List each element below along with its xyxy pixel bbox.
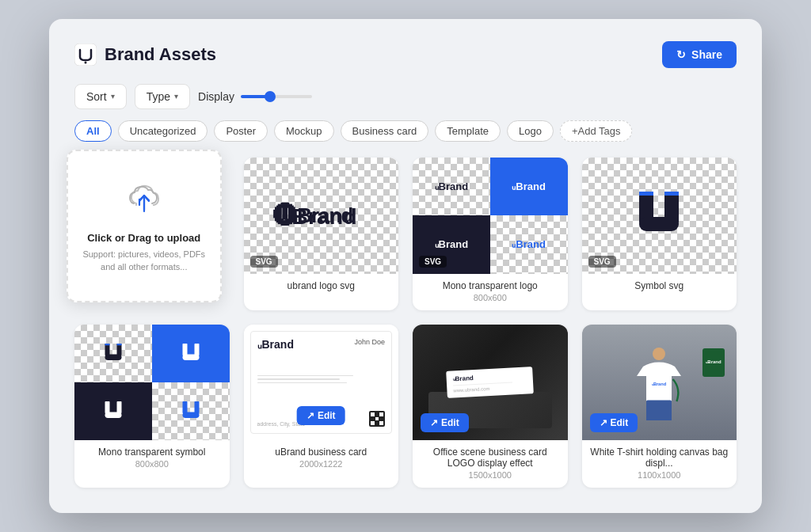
asset-name: uBrand business card (252, 446, 391, 458)
asset-size: 800x800 (82, 459, 222, 469)
bc-person: John Doe (354, 338, 385, 346)
list-item: ᵤBrand ᵤBrand ᵤBrand ᵤBrand SVG Mono tra… (413, 158, 568, 310)
asset-size: 2000x1222 (252, 459, 391, 469)
share-icon: ↻ (676, 48, 686, 61)
type-button[interactable]: Type ▾ (135, 84, 190, 109)
page-title: Brand Assets (105, 44, 216, 65)
svg-badge: SVG (419, 256, 447, 268)
header: Brand Assets ↻ Share (74, 41, 737, 68)
filter-tags: All Uncategorized Poster Mockup Business… (74, 120, 737, 142)
edit-arrow-icon: ↗ (430, 417, 438, 428)
asset-thumbnail: ᵤBrand John Doe address, City, State (244, 325, 399, 441)
asset-name: ubrand logo svg (252, 280, 391, 291)
upload-icon-wrap (124, 178, 165, 222)
svg-rect-15 (182, 344, 187, 355)
asset-name: Mono transparent symbol (82, 446, 222, 458)
asset-name: Mono transparent logo (421, 280, 560, 291)
share-button[interactable]: ↻ Share (662, 41, 737, 68)
upload-subtitle: Support: pictures, videos, PDFsand all o… (82, 248, 205, 274)
mono-cell-4: ᵤBrand (490, 215, 568, 273)
type-chevron-icon: ▾ (174, 92, 178, 101)
tag-add-tags[interactable]: +Add Tags (560, 120, 633, 142)
svg-rect-9 (664, 192, 679, 196)
tshirt-person-icon: ᵤBrand (627, 344, 691, 420)
asset-size: 800x600 (421, 293, 560, 302)
asset-label: uBrand business card 2000x1222 (244, 440, 399, 477)
asset-name: Symbol svg (590, 280, 729, 291)
svg-rect-14 (116, 344, 121, 345)
mono-symbol-cell-2 (152, 325, 230, 382)
mono-symbol-cell-1 (74, 325, 152, 382)
svg-rect-18 (105, 401, 109, 413)
list-item: ᵤBrand ᵤBrand ↗ Edit White T-shirt holdi… (582, 325, 737, 488)
svg-point-1 (85, 61, 87, 63)
mono-symbol-cell-3 (74, 382, 152, 440)
svg-rect-20 (105, 412, 121, 419)
mono-cell-2: ᵤBrand (490, 158, 568, 215)
list-item: SVG Symbol svg (582, 158, 737, 310)
asset-label: Mono transparent logo 800x600 (413, 274, 568, 310)
asset-thumbnail (74, 325, 230, 441)
business-card-preview: ᵤBrand John Doe address, City, State (250, 331, 393, 435)
asset-thumbnail: ᵤBrand ᵤBrand ↗ Edit (582, 325, 737, 441)
asset-thumbnail: ᵤBrand ᵤBrand ᵤBrand ᵤBrand SVG (413, 158, 568, 274)
tag-template[interactable]: Template (435, 120, 501, 142)
asset-label: Mono transparent symbol 800x800 (74, 440, 230, 477)
svg-point-24 (653, 348, 665, 360)
svg-rect-19 (116, 401, 121, 413)
upload-title: Click or Drag to upload (87, 232, 200, 244)
list-item: ᵤBrand John Doe address, City, State (244, 325, 399, 488)
display-slider[interactable] (241, 95, 312, 98)
sort-button[interactable]: Sort ▾ (74, 84, 127, 109)
asset-label: White T-shirt holding canvas bag displ..… (582, 440, 737, 488)
list-item: ᵤBrand 🅤 ᵤBrand SVG ubrand logo svg (244, 158, 399, 310)
tag-logo[interactable]: Logo (507, 120, 554, 142)
ubrand-logo-icon (74, 44, 97, 66)
display-control: Display (198, 90, 312, 103)
tag-business-card[interactable]: Business card (341, 120, 429, 142)
svg-rect-7 (639, 217, 679, 231)
edit-arrow-icon: ↗ (600, 417, 607, 428)
asset-thumbnail: ᵤBrand www.ubrand.com ↗ Edit (413, 325, 568, 441)
edit-arrow-icon: ↗ (307, 410, 314, 421)
svg-rect-22 (194, 401, 199, 413)
mono-cell-1: ᵤBrand (413, 158, 490, 215)
tag-uncategorized[interactable]: Uncategorized (118, 120, 208, 142)
svg-text:ᵤBrand: ᵤBrand (652, 382, 667, 386)
asset-size: 1100x1000 (590, 470, 729, 480)
asset-label: ubrand logo svg (244, 274, 399, 299)
tag-poster[interactable]: Poster (214, 120, 268, 142)
bc-qr-code (369, 411, 385, 427)
asset-label: Office scene business card LOGO display … (413, 440, 568, 488)
sort-chevron-icon: ▾ (111, 92, 115, 101)
svg-badge: SVG (250, 256, 278, 268)
tag-all[interactable]: All (74, 120, 112, 142)
app-window: Brand Assets ↻ Share Sort ▾ Type ▾ Displ… (49, 19, 762, 513)
svg-badge: SVG (588, 256, 616, 268)
symbol-svg-preview (627, 184, 691, 247)
mono-symbol-grid (74, 325, 230, 441)
upload-card[interactable]: Click or Drag to upload Support: picture… (67, 150, 222, 302)
list-item: Mono transparent symbol 800x800 (74, 325, 230, 488)
svg-rect-8 (639, 192, 653, 196)
edit-button[interactable]: ↗ Edit (590, 413, 638, 432)
upload-cloud-icon (124, 178, 165, 219)
tag-mockup[interactable]: Mockup (274, 120, 334, 142)
svg-rect-16 (194, 344, 199, 355)
bc-brand-name: ᵤBrand (257, 338, 294, 351)
asset-thumbnail: ᵤBrand 🅤 ᵤBrand SVG (244, 158, 399, 274)
asset-name: White T-shirt holding canvas bag displ..… (590, 446, 729, 469)
toolbar: Sort ▾ Type ▾ Display (74, 84, 737, 109)
header-left: Brand Assets (74, 44, 216, 66)
edit-button[interactable]: ↗ Edit (421, 413, 469, 432)
svg-rect-13 (105, 344, 109, 345)
svg-rect-25 (646, 400, 672, 420)
svg-rect-21 (182, 401, 187, 413)
asset-thumbnail: SVG (582, 158, 737, 274)
asset-size: 1500x1000 (421, 470, 560, 480)
svg-rect-12 (105, 355, 121, 361)
mono-symbol-cell-4 (152, 382, 230, 440)
edit-button[interactable]: ↗ Edit (297, 406, 345, 425)
list-item: ᵤBrand www.ubrand.com ↗ Edit Office scen… (413, 325, 568, 488)
asset-label: Symbol svg (582, 274, 737, 299)
